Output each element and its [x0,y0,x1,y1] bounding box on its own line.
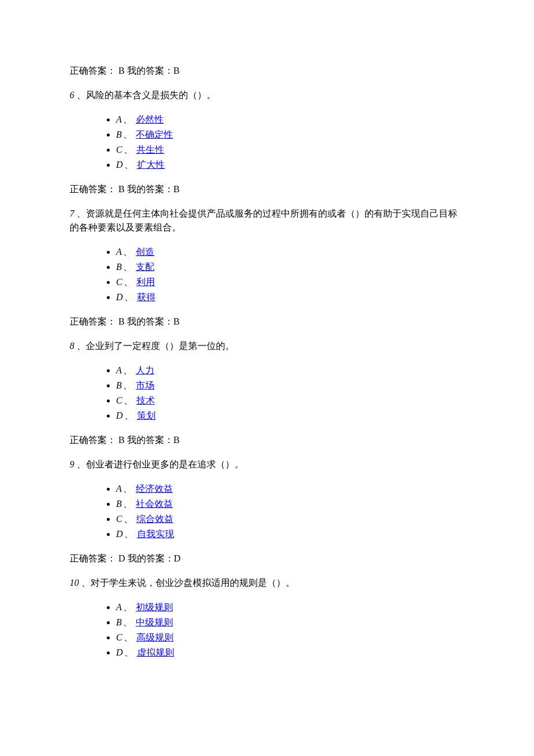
answer-line: 正确答案： B 我的答案：B [70,315,464,329]
option-link[interactable]: 创造 [136,247,154,257]
option-link[interactable]: 经济效益 [136,484,173,494]
correct-answer-label: 正确答案： [70,435,116,445]
answer-line: 正确答案： D 我的答案：D [70,552,464,566]
option-item: C、共生性 [116,143,464,157]
option-link[interactable]: 初级规则 [136,602,173,612]
my-answer-value: D [174,553,181,563]
option-item: D、策划 [116,409,464,423]
option-label: D [116,292,123,302]
option-link[interactable]: 社会效益 [136,499,173,509]
question-number: 9 [70,459,77,469]
option-item: C、综合效益 [116,512,464,526]
option-item: C、技术 [116,394,464,408]
answer-line: 正确答案： B 我的答案：B [70,182,464,196]
correct-answer-value: B [116,184,127,194]
option-separator: 、 [124,277,133,287]
option-item: D、扩大性 [116,158,464,172]
option-label: D [116,160,123,170]
option-label: A [116,247,122,257]
document-page: 正确答案： B 我的答案：B6 、风险的基本含义是损失的（）。A、必然性B、不确… [0,0,534,705]
option-list: A、创造B、支配C、利用D、获得 [70,245,464,304]
option-label: A [116,484,122,494]
option-link[interactable]: 策划 [137,411,156,420]
option-list: A、经济效益B、社会效益C、综合效益D、自我实现 [70,482,464,541]
option-separator: 、 [124,514,133,524]
question-text: 、对于学生来说，创业沙盘模拟适用的规则是（）。 [81,578,295,588]
option-list: A、初级规则B、中级规则C、高级规则D、虚拟规则 [70,600,464,660]
correct-answer-label: 正确答案： [70,316,116,326]
my-answer-label: 我的答案： [127,316,174,326]
answer-line: 正确答案： B 我的答案：B [70,433,464,447]
option-item: B、支配 [116,260,464,274]
option-label: B [116,617,122,627]
option-label: C [116,632,122,642]
option-link[interactable]: 扩大性 [137,160,165,170]
question-text: 、风险的基本含义是损失的（）。 [77,90,216,100]
question-text: 、企业到了一定程度（）是第一位的。 [77,341,234,351]
option-separator: 、 [124,160,134,170]
option-separator: 、 [124,647,134,657]
my-answer-label: 我的答案： [127,184,174,194]
question-line: 9 、创业者进行创业更多的是在追求（）。 [70,458,464,471]
my-answer-label: 我的答案： [127,435,174,445]
my-answer-value: B [174,435,180,445]
option-item: C、利用 [116,275,464,289]
option-item: D、虚拟规则 [116,646,464,660]
my-answer-value: B [174,184,180,194]
option-link[interactable]: 技术 [136,395,155,405]
question-number: 10 [70,578,81,588]
option-item: A、人力 [116,363,464,377]
option-separator: 、 [124,411,134,420]
option-link[interactable]: 虚拟规则 [137,647,174,657]
option-link[interactable]: 综合效益 [136,514,174,524]
option-separator: 、 [123,617,132,627]
option-link[interactable]: 共生性 [136,145,164,154]
option-label: A [116,602,122,612]
correct-answer-label: 正确答案： [70,553,116,563]
option-label: A [116,365,122,375]
option-separator: 、 [124,395,133,405]
option-separator: 、 [123,247,132,257]
answer-line: 正确答案： B 我的答案：B [70,64,464,78]
question-line: 10 、对于学生来说，创业沙盘模拟适用的规则是（）。 [70,576,464,590]
correct-answer-label: 正确答案： [70,66,116,75]
option-link[interactable]: 人力 [136,365,154,375]
option-item: B、市场 [116,379,464,393]
option-separator: 、 [124,145,133,154]
question-number: 7 [70,208,77,218]
question-line: 7 、资源就是任何主体向社会提供产品或服务的过程中所拥有的或者（）的有助于实现自… [70,207,464,235]
option-link[interactable]: 获得 [137,292,156,302]
option-link[interactable]: 市场 [136,380,154,390]
my-answer-value: B [174,66,180,75]
correct-answer-label: 正确答案： [70,184,116,194]
option-link[interactable]: 不确定性 [136,129,173,139]
option-item: A、初级规则 [116,600,464,614]
question-number: 6 [70,90,77,100]
option-separator: 、 [123,602,132,612]
option-separator: 、 [124,292,134,302]
option-label: C [116,145,122,154]
correct-answer-value: B [116,435,127,445]
option-separator: 、 [123,365,132,375]
option-label: B [116,129,122,139]
my-answer-label: 我的答案： [127,66,174,75]
option-link[interactable]: 中级规则 [136,617,173,627]
option-item: B、不确定性 [116,128,464,142]
option-item: D、获得 [116,290,464,304]
option-link[interactable]: 自我实现 [137,529,174,539]
option-label: B [116,499,122,509]
option-list: A、人力B、市场C、技术D、策划 [70,363,464,423]
option-label: D [116,647,123,657]
option-label: C [116,514,122,524]
option-link[interactable]: 支配 [136,262,154,272]
option-separator: 、 [123,262,132,272]
option-link[interactable]: 高级规则 [136,632,174,642]
option-link[interactable]: 利用 [136,277,155,287]
option-separator: 、 [123,484,132,494]
my-answer-label: 我的答案： [128,553,174,563]
option-link[interactable]: 必然性 [136,114,164,124]
option-item: A、必然性 [116,113,464,127]
option-separator: 、 [123,380,132,390]
my-answer-value: B [174,316,180,326]
question-line: 8 、企业到了一定程度（）是第一位的。 [70,339,464,353]
